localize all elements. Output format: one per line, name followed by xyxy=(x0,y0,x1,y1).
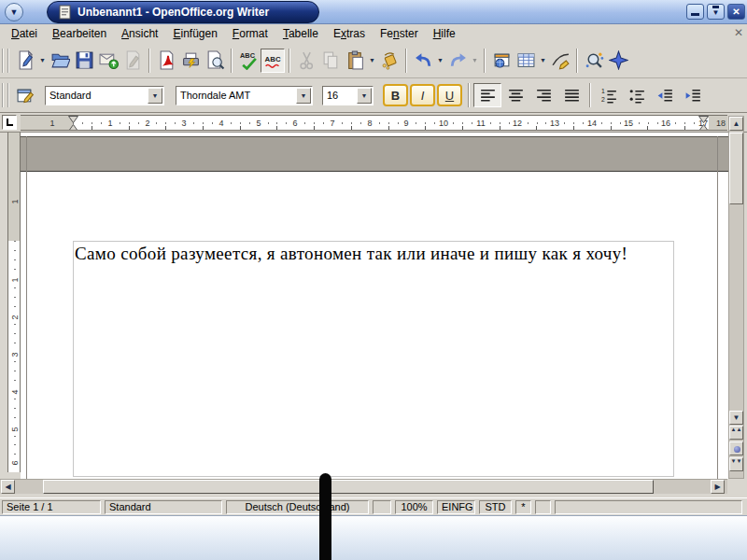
status-modified[interactable]: * xyxy=(515,500,531,514)
menu-tabelle[interactable]: Tabelle xyxy=(275,24,326,43)
menu-hilfe[interactable]: Hilfe xyxy=(426,24,463,43)
printer-icon xyxy=(181,50,201,70)
format-paintbrush-button[interactable] xyxy=(377,49,402,73)
copy-button[interactable] xyxy=(318,49,343,73)
previous-page-button[interactable]: ▲▲ xyxy=(729,426,743,440)
justify-button[interactable] xyxy=(557,83,585,107)
font-name-dropdown[interactable]: ▼ xyxy=(296,88,311,104)
ruler-left-margin xyxy=(21,116,73,131)
toolbar-drag-handle[interactable] xyxy=(2,83,9,107)
indent-marker-left[interactable] xyxy=(68,116,78,131)
formatting-toolbar: Standard ▼ Thorndale AMT ▼ 16 ▼ B I U 12… xyxy=(0,78,747,113)
numbered-list-button[interactable]: 12 xyxy=(595,83,623,107)
spellcheck-button[interactable]: ABC xyxy=(236,49,261,73)
page-preview-button[interactable] xyxy=(203,49,227,73)
status-zoom[interactable]: 100% xyxy=(395,500,433,514)
font-size-combo[interactable]: 16 ▼ xyxy=(322,86,374,105)
document-close-button[interactable]: ✕ xyxy=(734,26,743,39)
send-mail-button[interactable] xyxy=(96,49,120,73)
italic-button[interactable]: I xyxy=(410,84,435,106)
menu-datei[interactable]: Datei xyxy=(4,24,45,43)
toolbar-separator xyxy=(484,49,486,73)
status-empty xyxy=(373,500,391,514)
paintbrush-icon xyxy=(380,50,400,70)
paragraph-style-combo[interactable]: Standard ▼ xyxy=(45,86,164,105)
next-page-button[interactable]: ▼▼ xyxy=(729,457,743,471)
new-document-button[interactable] xyxy=(13,49,37,73)
close-button[interactable]: ✕ xyxy=(727,4,745,20)
scroll-down-button[interactable]: ▼ xyxy=(729,411,743,425)
font-name-combo[interactable]: Thorndale AMT ▼ xyxy=(176,86,313,105)
tab-type-selector[interactable] xyxy=(2,115,17,130)
bold-button[interactable]: B xyxy=(383,84,408,106)
cut-button[interactable] xyxy=(294,49,318,73)
window-menu-button[interactable]: ▼ xyxy=(5,3,23,21)
status-bar: Seite 1 / 1 Standard Deutsch (Deutschlan… xyxy=(0,497,747,515)
print-direct-button[interactable] xyxy=(178,49,203,73)
undo-dropdown[interactable]: ▼ xyxy=(435,49,445,73)
horizontal-scroll-thumb[interactable] xyxy=(43,480,654,494)
edit-file-button[interactable] xyxy=(120,49,145,73)
menu-bearbeiten[interactable]: Bearbeiten xyxy=(45,24,114,43)
insert-table-dropdown[interactable]: ▼ xyxy=(538,49,548,73)
indent-marker-right[interactable] xyxy=(698,116,709,131)
export-pdf-button[interactable] xyxy=(154,49,178,73)
scroll-up-button[interactable]: ▲ xyxy=(729,117,743,131)
table-icon xyxy=(516,50,536,70)
status-language[interactable]: Deutsch (Deutschland) xyxy=(226,500,369,514)
scroll-left-button[interactable]: ◀ xyxy=(1,480,15,494)
vertical-scrollbar[interactable]: ▲ ▼ ▲▲ ▼▼ xyxy=(728,116,744,479)
menu-fenster[interactable]: Fenster xyxy=(373,24,426,43)
align-right-button[interactable] xyxy=(529,83,557,107)
paste-dropdown[interactable]: ▼ xyxy=(367,49,377,73)
scroll-right-button[interactable]: ▶ xyxy=(711,480,725,494)
toolbar-separator xyxy=(468,83,470,107)
paragraph-style-dropdown[interactable]: ▼ xyxy=(148,88,162,104)
new-document-dropdown[interactable]: ▼ xyxy=(37,49,48,73)
redo-button[interactable] xyxy=(445,49,470,73)
navigation-button[interactable] xyxy=(729,441,743,455)
hyperlink-button[interactable] xyxy=(489,49,514,73)
open-button[interactable] xyxy=(48,49,72,73)
find-replace-button[interactable] xyxy=(582,49,606,73)
font-size-dropdown[interactable]: ▼ xyxy=(357,88,372,104)
svg-text:ABC: ABC xyxy=(240,51,256,60)
align-center-button[interactable] xyxy=(501,83,529,107)
horizontal-scrollbar[interactable]: ◀ ▶ xyxy=(0,479,727,494)
document-text[interactable]: Само собой разумеется, я автономен так и… xyxy=(75,244,674,264)
insert-table-button[interactable] xyxy=(514,49,538,73)
paste-button[interactable] xyxy=(343,49,367,73)
font-size-value: 16 xyxy=(327,90,338,101)
document-view[interactable]: Само собой разумеется, я автономен так и… xyxy=(21,133,728,479)
menu-einfuegen[interactable]: Einfügen xyxy=(165,24,224,43)
navigator-button[interactable] xyxy=(606,49,630,73)
bullet-list-button[interactable] xyxy=(623,83,651,107)
status-selection-mode[interactable]: STD xyxy=(479,500,512,514)
increase-indent-button[interactable] xyxy=(679,83,707,107)
draw-functions-button[interactable] xyxy=(548,49,572,73)
menu-format[interactable]: Format xyxy=(225,24,275,43)
shade-button[interactable]: ▼ xyxy=(707,4,725,20)
decrease-indent-button[interactable] xyxy=(651,83,679,107)
status-page[interactable]: Seite 1 / 1 xyxy=(2,500,101,514)
minimize-button[interactable] xyxy=(686,4,704,20)
save-button[interactable] xyxy=(72,49,96,73)
status-page-style[interactable]: Standard xyxy=(105,500,222,514)
horizontal-ruler[interactable]: 1 1 2 3 4 5 6 7 8 9 10 11 12 13 14 15 16… xyxy=(21,115,727,131)
status-insert-mode[interactable]: EINFG xyxy=(437,500,475,514)
redo-dropdown[interactable]: ▼ xyxy=(470,49,480,73)
toolbar-drag-handle[interactable] xyxy=(2,49,9,73)
menu-ansicht[interactable]: Ansicht xyxy=(114,24,165,43)
auto-spellcheck-icon: ABC xyxy=(263,50,283,70)
auto-spellcheck-button[interactable]: ABC xyxy=(261,49,285,73)
hyperlink-icon xyxy=(492,50,512,70)
align-left-button[interactable] xyxy=(473,83,501,107)
underline-button[interactable]: U xyxy=(437,84,462,106)
undo-icon xyxy=(414,50,433,70)
undo-button[interactable] xyxy=(411,49,435,73)
menu-extras[interactable]: Extras xyxy=(326,24,373,43)
vertical-scroll-thumb[interactable] xyxy=(729,133,743,204)
vertical-ruler[interactable]: 1 1 2 3 4 5 6 xyxy=(7,133,21,472)
navigator-icon xyxy=(609,50,628,70)
styles-button[interactable] xyxy=(13,83,37,107)
